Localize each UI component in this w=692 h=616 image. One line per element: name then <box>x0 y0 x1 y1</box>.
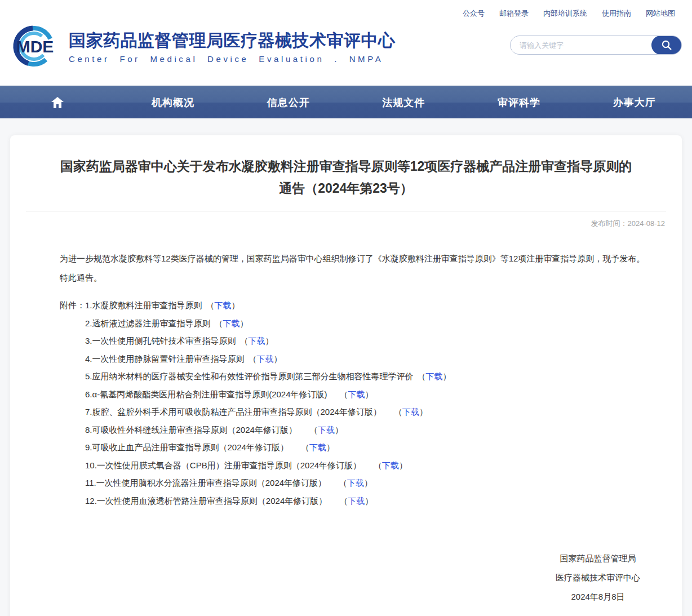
download-wrap: （下载） <box>418 371 451 381</box>
publish-time-value: 2024-08-12 <box>628 219 666 228</box>
download-link[interactable]: 下载 <box>223 318 240 328</box>
download-wrap: （下载） <box>249 354 282 364</box>
paren-close: ） <box>364 478 372 488</box>
attachments-list: 1.水凝胶敷料注册审查指导原则（下载） 2.透析液过滤器注册审查指导原则（下载）… <box>85 296 451 509</box>
download-link[interactable]: 下载 <box>426 371 443 381</box>
attachment-title: 6.α-氰基丙烯酸酯类医用粘合剂注册审查指导原则(2024年修订版) <box>85 389 336 399</box>
top-utility-link[interactable]: 内部培训系统 <box>543 8 587 19</box>
signature-date: 2024年8月8日 <box>556 587 640 606</box>
paren-open: （ <box>339 478 347 488</box>
paren-open: （ <box>206 300 215 310</box>
nav-item-home[interactable] <box>0 86 116 118</box>
top-utility-link[interactable]: 公众号 <box>463 8 485 19</box>
search-box <box>510 36 682 55</box>
attachment-item: 12.一次性使用血液透析管路注册审查指导原则（2024年修订版） （下载） <box>85 492 451 510</box>
attachment-title: 10.一次性使用膜式氧合器（CPB用）注册审查指导原则（2024年修订版） <box>85 460 370 470</box>
home-icon <box>51 96 64 109</box>
attachment-item: 2.透析液过滤器注册审查指导原则（下载） <box>85 314 451 333</box>
download-link[interactable]: 下载 <box>318 425 335 435</box>
attachment-title: 11.一次性使用脑积水分流器注册审查指导原则（2024年修订版） <box>85 478 335 488</box>
article-title: 国家药监局器审中心关于发布水凝胶敷料注册审查指导原则等12项医疗器械产品注册审查… <box>55 156 637 200</box>
attachment-item: 8.可吸收性外科缝线注册审查指导原则（2024年修订版） （下载） <box>85 421 451 439</box>
top-utility-links: 公众号 邮箱登录 内部培训系统 使用指南 网站地图 <box>463 8 675 19</box>
download-link[interactable]: 下载 <box>347 478 364 488</box>
paren-close: ） <box>399 460 407 470</box>
download-link[interactable]: 下载 <box>382 460 399 470</box>
download-link[interactable]: 下载 <box>402 407 419 416</box>
paren-close: ） <box>365 389 374 399</box>
paren-open: （ <box>240 336 249 345</box>
attachment-title: 3.一次性使用侧孔钝针技术审查指导原则 <box>85 336 236 345</box>
download-link[interactable]: 下载 <box>309 442 326 452</box>
paren-close: ） <box>274 354 282 364</box>
paren-close: ） <box>265 336 274 345</box>
attachment-item: 11.一次性使用脑积水分流器注册审查指导原则（2024年修订版） （下载） <box>85 474 451 492</box>
search-input[interactable] <box>511 36 652 54</box>
paren-open: （ <box>374 460 382 470</box>
site-title-en: Center For Medical Device Evaluation . N… <box>69 54 396 64</box>
paren-close: ） <box>335 425 343 435</box>
download-link[interactable]: 下载 <box>348 496 365 506</box>
attachments-label: 附件： <box>60 296 85 509</box>
download-wrap: （下载） <box>206 300 240 310</box>
download-wrap: （下载） <box>240 336 274 345</box>
main-nav: 机构概况 信息公开 法规文件 审评科学 办事大厅 <box>0 86 692 118</box>
logo-text: MDE <box>16 37 54 56</box>
download-link[interactable]: 下载 <box>348 389 365 399</box>
nav-item[interactable]: 机构概况 <box>116 86 231 118</box>
download-wrap: （下载） <box>340 389 374 399</box>
paren-open: （ <box>215 318 223 328</box>
nav-item[interactable]: 办事大厅 <box>576 86 692 118</box>
attachment-item: 5.应用纳米材料的医疗器械安全性和有效性评价指导原则第三部分生物相容性毒理学评价… <box>85 367 451 385</box>
attachment-title: 7.腹腔、盆腔外科手术用可吸收防粘连产品注册审查指导原则（2024年修订版） <box>85 407 390 416</box>
attachment-item: 6.α-氰基丙烯酸酯类医用粘合剂注册审查指导原则(2024年修订版) （下载） <box>85 385 451 404</box>
paren-open: （ <box>339 496 348 506</box>
site-header: 公众号 邮箱登录 内部培训系统 使用指南 网站地图 MDE 国家药品监督管理局医… <box>0 0 692 86</box>
publish-time-label: 发布时间： <box>591 219 628 228</box>
site-title: 国家药品监督管理局医疗器械技术审评中心 Center For Medical D… <box>69 29 396 64</box>
download-wrap: （下载） <box>339 478 372 488</box>
site-title-zh: 国家药品监督管理局医疗器械技术审评中心 <box>69 29 396 52</box>
paren-open: （ <box>309 425 318 435</box>
search-button[interactable] <box>651 36 682 55</box>
search-icon <box>661 39 672 51</box>
attachment-title: 12.一次性使用血液透析管路注册审查指导原则（2024年修订版） <box>85 496 335 506</box>
attachment-item: 4.一次性使用静脉留置针注册审查指导原则（下载） <box>85 350 451 368</box>
paren-close: ） <box>326 442 335 452</box>
nav-item[interactable]: 信息公开 <box>230 86 346 118</box>
download-wrap: （下载） <box>339 496 373 506</box>
attachment-item: 10.一次性使用膜式氧合器（CPB用）注册审查指导原则（2024年修订版） （下… <box>85 457 451 475</box>
download-link[interactable]: 下载 <box>257 354 274 364</box>
attachment-title: 4.一次性使用静脉留置针注册审查指导原则 <box>85 354 245 364</box>
download-wrap: （下载） <box>394 407 428 416</box>
top-utility-link[interactable]: 邮箱登录 <box>499 8 529 19</box>
paren-close: ） <box>232 300 240 310</box>
nav-item[interactable]: 法规文件 <box>346 86 462 118</box>
top-utility-link[interactable]: 使用指南 <box>602 8 631 19</box>
paren-open: （ <box>249 354 257 364</box>
signature-org-line1: 国家药品监督管理局 <box>556 549 640 568</box>
publish-time-row: 发布时间：2024-08-12 <box>26 219 666 229</box>
article-paragraph-1: 为进一步规范水凝胶敷料等12类医疗器械的管理，国家药监局器审中心组织制修订了《水… <box>34 249 658 268</box>
top-utility-link[interactable]: 网站地图 <box>646 8 675 19</box>
attachment-item: 9.可吸收止血产品注册审查指导原则（2024年修订版） （下载） <box>85 438 451 457</box>
download-link[interactable]: 下载 <box>215 300 232 310</box>
download-link[interactable]: 下载 <box>249 336 265 345</box>
attachment-item: 7.腹腔、盆腔外科手术用可吸收防粘连产品注册审查指导原则（2024年修订版） （… <box>85 403 451 421</box>
download-wrap: （下载） <box>309 425 343 435</box>
title-divider <box>26 211 666 211</box>
attachment-title: 5.应用纳米材料的医疗器械安全性和有效性评价指导原则第三部分生物相容性毒理学评价 <box>85 371 414 381</box>
paren-open: （ <box>418 371 426 381</box>
download-wrap: （下载） <box>215 318 249 328</box>
attachment-item: 3.一次性使用侧孔钝针技术审查指导原则（下载） <box>85 332 451 350</box>
cmde-logo-icon: MDE <box>9 20 66 72</box>
paren-open: （ <box>394 407 402 416</box>
attachment-title: 2.透析液过滤器注册审查指导原则 <box>85 318 211 328</box>
download-wrap: （下载） <box>301 442 335 452</box>
download-wrap: （下载） <box>374 460 407 470</box>
nav-item[interactable]: 审评科学 <box>462 86 577 118</box>
paren-close: ） <box>419 407 428 416</box>
attachment-title: 1.水凝胶敷料注册审查指导原则 <box>85 300 202 310</box>
site-logo[interactable]: MDE 国家药品监督管理局医疗器械技术审评中心 Center For Medic… <box>9 20 396 72</box>
paren-open: （ <box>340 389 348 399</box>
